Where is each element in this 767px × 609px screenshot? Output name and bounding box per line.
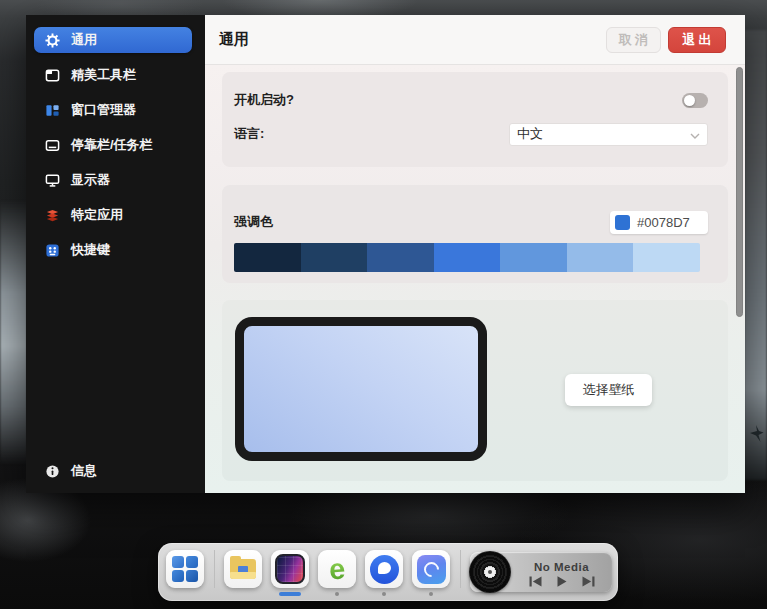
palette-swatch[interactable] (301, 243, 368, 272)
toggle-knob (684, 95, 695, 106)
language-value: 中文 (517, 125, 543, 143)
palette-swatch[interactable] (633, 243, 700, 272)
media-status: No Media (534, 561, 589, 573)
dock-separator (214, 550, 215, 588)
palette-swatch[interactable] (434, 243, 501, 272)
wallpaper-preview (235, 317, 487, 461)
settings-scroll-area: 开机启动? 语言: 中文 (205, 65, 745, 493)
hotkey-icon (44, 242, 61, 259)
play-button[interactable] (557, 576, 567, 587)
palette-swatch[interactable] (500, 243, 567, 272)
app-grid-icon (172, 556, 198, 582)
sidebar-item-label: 通用 (71, 31, 97, 49)
language-select[interactable]: 中文 (509, 123, 708, 146)
gear-icon (44, 32, 61, 49)
dock-separator (460, 550, 461, 588)
sidebar-item-label: 显示器 (71, 171, 110, 189)
running-dot-indicator (429, 592, 433, 596)
sidebar-item-general[interactable]: 通用 (34, 27, 192, 53)
dock-cleaner-button[interactable] (412, 550, 450, 588)
sidebar-item-toolbar[interactable]: 精美工具栏 (34, 62, 192, 88)
autostart-label: 开机启动? (234, 91, 294, 109)
sidebar-item-label: 停靠栏/任务栏 (71, 136, 153, 154)
accent-color-picker[interactable]: #0078D7 (610, 211, 708, 234)
dock: e No Media (158, 543, 618, 601)
cleaner-c-icon (417, 555, 446, 584)
dock-browser-button[interactable]: e (318, 550, 356, 588)
scrollbar-thumb[interactable] (736, 67, 743, 317)
accent-label: 强调色 (234, 213, 273, 231)
page-title: 通用 (219, 30, 249, 49)
bird-icon (748, 423, 764, 449)
wallpaper-card: 选择壁纸 (222, 300, 728, 481)
content-header: 通用 取消 退出 (205, 15, 745, 65)
running-dot-indicator (335, 592, 339, 596)
file-manager-icon (230, 559, 256, 579)
browser-e-icon: e (328, 554, 346, 584)
content-pane: 通用 取消 退出 开机启动? 语言: 中文 (205, 15, 745, 493)
dock-app-grid-button[interactable] (166, 550, 204, 588)
choose-wallpaper-button[interactable]: 选择壁纸 (565, 374, 652, 406)
sidebar-item-specific-apps[interactable]: 特定应用 (34, 202, 192, 228)
sidebar-item-window-manager[interactable]: 窗口管理器 (34, 97, 192, 123)
sidebar-item-hotkeys[interactable]: 快捷键 (34, 237, 192, 263)
wallpaper-right-ridge (744, 30, 767, 480)
screen-tool-icon (275, 554, 305, 584)
accent-hex-value: #0078D7 (637, 215, 690, 230)
sidebar-item-dock-taskbar[interactable]: 停靠栏/任务栏 (34, 132, 192, 158)
dock-taskbar-icon (44, 137, 61, 154)
palette-swatch[interactable] (234, 243, 301, 272)
sidebar-item-label: 窗口管理器 (71, 101, 136, 119)
sidebar-item-label: 快捷键 (71, 241, 110, 259)
previous-track-button[interactable] (529, 576, 542, 587)
info-icon (44, 463, 61, 480)
palette-swatch[interactable] (567, 243, 634, 272)
dock-file-manager-button[interactable] (224, 550, 262, 588)
accent-swatch (615, 215, 630, 230)
exit-button[interactable]: 退出 (668, 27, 726, 53)
palette-swatch[interactable] (367, 243, 434, 272)
chevron-down-icon (690, 127, 700, 142)
active-app-indicator (279, 592, 301, 596)
sidebar-item-display[interactable]: 显示器 (34, 167, 192, 193)
accent-color-card: 强调色 #0078D7 (222, 185, 728, 283)
dock-screen-tool-button[interactable] (271, 550, 309, 588)
display-icon (44, 172, 61, 189)
autostart-toggle[interactable] (682, 93, 708, 108)
sidebar-item-label: 特定应用 (71, 206, 123, 224)
dock-player-button[interactable] (365, 550, 403, 588)
window-manager-icon (44, 102, 61, 119)
cancel-button[interactable]: 取消 (606, 27, 661, 53)
toolbar-icon (44, 67, 61, 84)
media-widget[interactable]: No Media (470, 552, 612, 592)
language-label: 语言: (234, 125, 264, 143)
running-dot-indicator (382, 592, 386, 596)
player-bubble-icon (370, 555, 399, 584)
sidebar: 通用 精美工具栏 窗口管理器 停靠栏/任务栏 显示器 (26, 15, 205, 493)
sidebar-item-label: 精美工具栏 (71, 66, 136, 84)
accent-palette-bar (234, 243, 700, 272)
wallpaper-light-ridge (0, 200, 27, 465)
layers-icon (44, 207, 61, 224)
vinyl-record-icon[interactable] (469, 551, 511, 593)
next-track-button[interactable] (582, 576, 595, 587)
sidebar-item-info[interactable]: 信息 (34, 458, 107, 484)
sidebar-item-label: 信息 (71, 462, 97, 480)
settings-window: 通用 精美工具栏 窗口管理器 停靠栏/任务栏 显示器 (26, 15, 745, 493)
general-settings-card: 开机启动? 语言: 中文 (222, 72, 728, 167)
